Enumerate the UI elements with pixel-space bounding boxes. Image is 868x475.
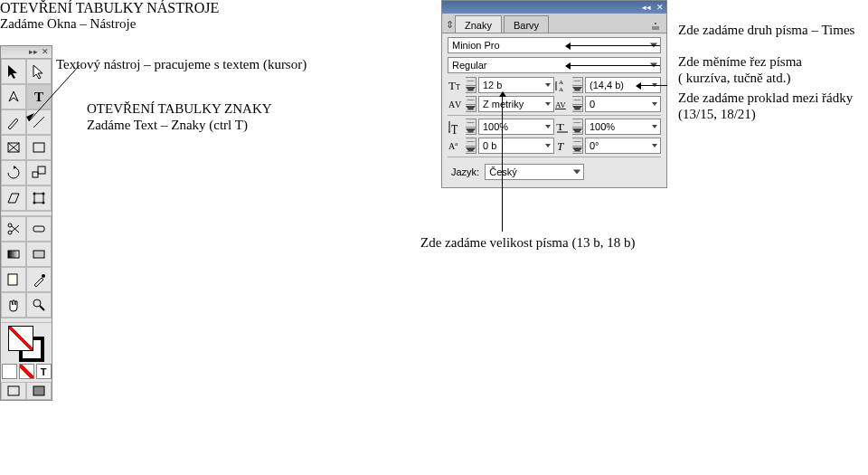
svg-line-14: [12, 226, 19, 233]
tab-barvy[interactable]: Barvy: [504, 15, 549, 33]
tool-zoom[interactable]: [26, 292, 52, 318]
anno-size: Zde zadáme velikost písma (13 b, 18 b): [420, 235, 635, 251]
kerning-spinner[interactable]: [466, 96, 476, 112]
anno-style1: Zde měníme řez písma: [678, 54, 802, 70]
tool-shear[interactable]: [1, 185, 26, 211]
vscale-spinner[interactable]: [466, 119, 476, 135]
leading-spinner[interactable]: [572, 77, 583, 93]
font-size-icon: TT: [448, 77, 464, 93]
tool-selection[interactable]: [1, 59, 26, 84]
svg-rect-18: [33, 251, 44, 258]
character-panel: ◂◂ ✕ ⇕ Znaky Barvy Minion Pro Regular TT…: [441, 0, 667, 188]
baseline-field[interactable]: 0 b: [478, 138, 554, 154]
tool-pencil[interactable]: [1, 109, 26, 135]
tool-free-transform[interactable]: [26, 185, 52, 211]
minimize-icon[interactable]: ◂◂: [642, 4, 651, 12]
kerning-icon: AV: [448, 96, 464, 112]
hscale-field[interactable]: 100%: [585, 119, 661, 135]
apply-none-icon[interactable]: [19, 364, 34, 379]
annotation-arrow: [502, 96, 503, 232]
tool-gradient[interactable]: [1, 242, 26, 267]
leading-icon: AA: [554, 77, 571, 93]
panel-tabs: ⇕ Znaky Barvy: [442, 14, 666, 33]
svg-text:T: T: [456, 83, 460, 91]
svg-point-27: [655, 23, 656, 24]
baseline-value: 0 b: [483, 140, 496, 151]
hscale-value: 100%: [590, 121, 615, 132]
tracking-field[interactable]: 0: [585, 96, 661, 112]
tool-rectangle[interactable]: [26, 135, 52, 160]
svg-text:T: T: [451, 122, 458, 134]
view-mode-preview[interactable]: [26, 382, 52, 400]
anno-font: Zde zadáme druh písma – Times: [678, 23, 854, 38]
close-icon[interactable]: ✕: [656, 4, 664, 12]
baseline-shift-icon: Aa: [448, 138, 464, 154]
font-size-field[interactable]: 12 b: [478, 77, 554, 93]
tool-scale[interactable]: [26, 160, 52, 185]
tool-rectangle-frame[interactable]: [1, 135, 26, 160]
svg-text:T: T: [448, 79, 456, 92]
svg-point-8: [33, 193, 36, 195]
tracking-spinner[interactable]: [572, 96, 583, 112]
svg-line-22: [40, 306, 44, 310]
svg-point-10: [33, 202, 36, 204]
fill-swatch[interactable]: [8, 326, 33, 351]
collapse-icon[interactable]: ▸▸: [29, 48, 38, 56]
font-size-value: 12 b: [483, 80, 502, 90]
tool-pen[interactable]: [1, 84, 26, 109]
vscale-field[interactable]: 100%: [478, 119, 554, 135]
hscale-icon: T: [554, 119, 571, 135]
font-size-spinner[interactable]: [466, 77, 476, 93]
svg-point-21: [33, 299, 41, 307]
tool-rotate[interactable]: [1, 160, 26, 185]
svg-text:T: T: [557, 139, 564, 153]
format-text-icon[interactable]: T: [36, 364, 52, 379]
panel-titlebar: ◂◂ ✕: [442, 1, 666, 14]
annotation-arrow: [640, 85, 667, 86]
kerning-value: Z metriky: [483, 99, 524, 109]
view-mode-normal[interactable]: [1, 382, 26, 400]
tracking-value: 0: [590, 99, 595, 109]
svg-rect-17: [8, 251, 19, 258]
tools-panel-header: ▸▸ ✕: [1, 46, 52, 59]
language-dropdown[interactable]: Český: [485, 164, 584, 180]
desc-znaky-title: OTEVŘENÍ TABULKY ZNAKY: [87, 101, 272, 117]
tab-expand-icon[interactable]: ⇕: [444, 16, 455, 33]
svg-rect-7: [34, 194, 43, 203]
font-style-value: Regular: [452, 60, 487, 71]
svg-text:A: A: [559, 86, 563, 92]
tracking-icon: AV: [554, 96, 571, 112]
svg-rect-23: [8, 386, 19, 395]
skew-icon: T: [554, 138, 571, 154]
anno-style2: ( kurzíva, tučně atd.): [678, 71, 791, 86]
tool-note[interactable]: [1, 267, 26, 292]
kerning-field[interactable]: Z metriky: [478, 96, 554, 112]
svg-point-9: [42, 193, 45, 195]
svg-rect-24: [33, 386, 44, 395]
svg-text:T: T: [556, 122, 564, 133]
panel-menu-icon[interactable]: [648, 18, 663, 33]
close-icon[interactable]: ✕: [42, 48, 49, 56]
apply-color-icon[interactable]: [2, 364, 17, 379]
svg-text:a: a: [455, 140, 458, 147]
skew-spinner[interactable]: [572, 138, 583, 154]
vscale-icon: T: [448, 119, 464, 135]
font-family-value: Minion Pro: [452, 40, 500, 51]
anno-leading1: Zde zadáme proklad mezi řádky: [678, 90, 853, 106]
desc-znaky-sub: Zadáme Text – Znaky (ctrl T): [87, 118, 248, 133]
hscale-spinner[interactable]: [572, 119, 583, 135]
tool-eyedropper[interactable]: [26, 267, 52, 292]
fill-stroke-swatch[interactable]: T: [1, 323, 52, 382]
skew-field[interactable]: 0°: [585, 138, 661, 154]
svg-point-11: [42, 202, 45, 204]
tool-scissors[interactable]: [1, 216, 26, 242]
tab-label: Znaky: [465, 20, 492, 31]
svg-point-13: [8, 223, 12, 227]
baseline-spinner[interactable]: [466, 138, 476, 154]
tab-znaky[interactable]: Znaky: [455, 15, 502, 33]
tool-hand[interactable]: [1, 292, 26, 318]
tool-button[interactable]: [26, 216, 52, 242]
tool-gradient-feather[interactable]: [26, 242, 52, 267]
svg-rect-5: [33, 172, 38, 177]
title-block: OTEVŘENÍ TABULKY NÁSTROJE Zadáme Okna – …: [0, 0, 219, 32]
